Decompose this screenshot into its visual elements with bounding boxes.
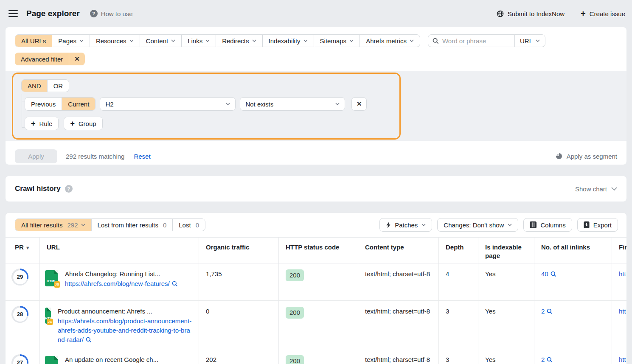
- inlinks-cell: 40: [534, 263, 612, 300]
- organic-traffic-cell: 1,735: [199, 263, 278, 300]
- pr-cell: 28: [6, 301, 39, 349]
- table-header-row: PR▼ URL Organic traffic HTTP status code…: [6, 237, 626, 263]
- http-status-cell: 200: [278, 301, 358, 349]
- filter-builder-panel: AND OR Previous Current H2 Not exists ✕: [12, 73, 401, 140]
- filter-tabs-row: All URLs Pages Resources Content Links R…: [6, 34, 626, 47]
- inlinks-link[interactable]: 2: [541, 308, 553, 315]
- tab-lost-from-filter-results[interactable]: Lost from filter results 0: [91, 219, 173, 231]
- crawl-history-card: Crawl history ? Show chart: [6, 176, 626, 202]
- column-header-first[interactable]: Fir: [612, 238, 626, 263]
- create-issue-button[interactable]: + Create issue: [581, 9, 625, 18]
- organic-traffic-cell: 0: [199, 301, 278, 349]
- filter-tab-content[interactable]: Content: [140, 35, 182, 47]
- chevron-down-icon: [129, 39, 134, 42]
- chevron-down-icon: [205, 39, 210, 42]
- table-toolbar: All filter results 292 Lost from filter …: [6, 218, 626, 232]
- crawl-history-title: Crawl history: [15, 185, 61, 193]
- column-header-is-indexable[interactable]: Is indexable page: [478, 238, 534, 263]
- inlinks-link[interactable]: 2: [541, 356, 553, 363]
- filter-tab-sitemaps[interactable]: Sitemaps: [314, 35, 360, 47]
- version-previous-button[interactable]: Previous: [25, 98, 62, 110]
- column-header-pr[interactable]: PR▼: [6, 238, 39, 263]
- column-header-depth[interactable]: Depth: [438, 238, 478, 263]
- advanced-filter-close-icon[interactable]: ✕: [69, 53, 85, 65]
- search-icon: [172, 281, 178, 287]
- search-mode-label: URL: [520, 37, 533, 45]
- search-icon: [547, 308, 553, 314]
- field-select[interactable]: H2: [100, 97, 236, 111]
- page-rating-ring: 29: [11, 269, 28, 286]
- remove-rule-button[interactable]: ✕: [351, 97, 367, 111]
- top-bar: Page explorer ? How to use Submit to Ind…: [0, 0, 632, 27]
- chevron-down-icon: [508, 224, 512, 226]
- page-rating-ring: 28: [11, 306, 28, 323]
- indexable-cell: Yes: [478, 263, 534, 300]
- status-badge: 200: [286, 355, 304, 364]
- content-type-cell: text/html; charset=utf-8: [358, 349, 438, 364]
- status-badge: 200: [286, 269, 304, 281]
- filter-tab-resources[interactable]: Resources: [90, 35, 140, 47]
- version-current-button[interactable]: Current: [62, 98, 95, 110]
- search-mode-dropdown[interactable]: URL: [514, 35, 545, 47]
- page-url-link[interactable]: https://ahrefs.com/blog/product-announce…: [58, 317, 191, 343]
- js-badge-icon: JS: [47, 319, 53, 325]
- column-header-url[interactable]: URL: [39, 238, 199, 263]
- hamburger-menu-icon[interactable]: [8, 10, 18, 17]
- column-header-http-status[interactable]: HTTP status code: [278, 238, 358, 263]
- apply-as-segment-button[interactable]: Apply as segment: [556, 153, 617, 160]
- tab-all-filter-results[interactable]: All filter results 292: [15, 219, 91, 231]
- inlinks-cell: 2: [534, 349, 612, 364]
- page-title: Page explorer: [26, 9, 80, 18]
- question-icon: ?: [90, 10, 98, 17]
- add-group-button[interactable]: +Group: [64, 117, 102, 130]
- submit-indexnow-button[interactable]: Submit to IndexNow: [497, 10, 565, 17]
- first-cell[interactable]: htt: [612, 349, 626, 364]
- filter-tab-links[interactable]: Links: [181, 35, 216, 47]
- html-file-icon: HTML JS: [45, 270, 58, 286]
- inlinks-link[interactable]: 40: [541, 270, 556, 277]
- plus-icon: +: [70, 120, 75, 127]
- operator-select[interactable]: Not exists: [240, 97, 345, 111]
- patches-button[interactable]: Patches: [379, 218, 432, 232]
- results-table-card: All filter results 292 Lost from filter …: [6, 213, 626, 364]
- connector-line: [22, 127, 25, 128]
- operator-select-value: Not exists: [245, 101, 273, 108]
- how-to-use-link[interactable]: ? How to use: [90, 10, 133, 17]
- reset-link[interactable]: Reset: [134, 153, 150, 160]
- filter-tab-all-urls[interactable]: All URLs: [15, 35, 52, 47]
- indexable-cell: Yes: [478, 349, 534, 364]
- column-header-inlinks[interactable]: No. of all inlinks: [534, 238, 612, 263]
- page-title-text: Ahrefs Changelog: Running List...: [65, 269, 178, 279]
- page-url-link[interactable]: https://ahrefs.com/blog/new-features/: [65, 280, 178, 287]
- search-icon: [433, 38, 439, 44]
- export-button[interactable]: Export: [577, 218, 618, 232]
- html-file-icon: HTML JS: [45, 308, 51, 324]
- first-cell[interactable]: htt: [612, 301, 626, 349]
- apply-button[interactable]: Apply: [15, 149, 57, 163]
- filter-tab-redirects[interactable]: Redirects: [216, 35, 262, 47]
- js-badge-icon: JS: [54, 281, 60, 288]
- search-icon: [551, 271, 556, 277]
- changes-dropdown[interactable]: Changes: Don't show: [437, 218, 518, 232]
- tab-lost[interactable]: Lost 0: [172, 219, 205, 231]
- search-input[interactable]: [442, 37, 510, 45]
- filter-tab-ahrefs-metrics[interactable]: Ahrefs metrics: [360, 35, 420, 47]
- chevron-down-icon: [335, 103, 340, 105]
- add-rule-button[interactable]: +Rule: [25, 117, 59, 130]
- logic-and-button[interactable]: AND: [22, 80, 47, 92]
- chevron-down-icon: [252, 39, 256, 42]
- page-title-text: Product announcement: Ahrefs ...: [58, 307, 193, 316]
- filter-tab-pages[interactable]: Pages: [52, 35, 90, 47]
- columns-button[interactable]: Columns: [523, 218, 572, 232]
- chevron-down-icon: [81, 224, 85, 226]
- pr-cell: 27: [6, 349, 39, 364]
- filter-tab-indexability[interactable]: Indexability: [262, 35, 314, 47]
- first-cell[interactable]: htt: [612, 263, 626, 300]
- column-header-organic-traffic[interactable]: Organic traffic: [199, 238, 278, 263]
- connector-line: [22, 94, 22, 127]
- show-chart-button[interactable]: Show chart: [575, 185, 617, 193]
- search-icon: [547, 357, 553, 363]
- column-header-content-type[interactable]: Content type: [358, 238, 438, 263]
- advanced-filter-chip[interactable]: Advanced filter ✕: [15, 53, 85, 65]
- logic-or-button[interactable]: OR: [47, 80, 69, 92]
